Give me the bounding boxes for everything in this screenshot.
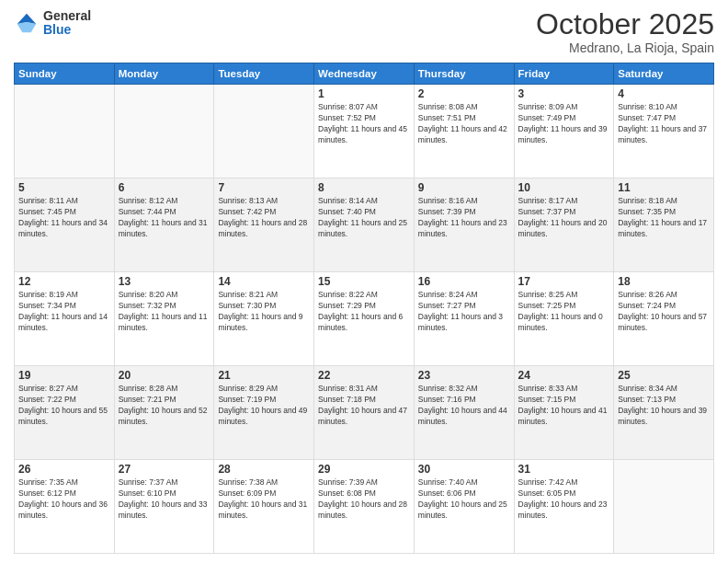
calendar-cell: 2Sunrise: 8:08 AMSunset: 7:51 PMDaylight… xyxy=(414,85,514,178)
day-number: 10 xyxy=(518,181,610,194)
calendar-cell: 5Sunrise: 8:11 AMSunset: 7:45 PMDaylight… xyxy=(15,178,115,272)
day-info: Sunrise: 8:20 AMSunset: 7:32 PMDaylight:… xyxy=(119,290,210,334)
day-info: Sunrise: 8:27 AMSunset: 7:22 PMDaylight:… xyxy=(18,384,110,428)
day-number: 29 xyxy=(318,463,410,476)
day-info: Sunrise: 8:18 AMSunset: 7:35 PMDaylight:… xyxy=(618,196,710,240)
day-info: Sunrise: 8:09 AMSunset: 7:49 PMDaylight:… xyxy=(518,102,610,146)
day-number: 31 xyxy=(518,463,610,476)
day-number: 5 xyxy=(18,181,110,194)
calendar-cell: 13Sunrise: 8:20 AMSunset: 7:32 PMDayligh… xyxy=(114,272,214,366)
calendar-cell: 1Sunrise: 8:07 AMSunset: 7:52 PMDaylight… xyxy=(314,85,415,178)
calendar-cell: 3Sunrise: 8:09 AMSunset: 7:49 PMDaylight… xyxy=(514,85,614,178)
calendar-cell: 22Sunrise: 8:31 AMSunset: 7:18 PMDayligh… xyxy=(314,366,415,460)
day-number: 23 xyxy=(418,369,510,382)
day-number: 17 xyxy=(518,275,610,288)
day-info: Sunrise: 8:08 AMSunset: 7:51 PMDaylight:… xyxy=(418,102,510,146)
day-number: 27 xyxy=(119,463,210,476)
day-number: 11 xyxy=(618,181,710,194)
day-info: Sunrise: 8:10 AMSunset: 7:47 PMDaylight:… xyxy=(618,102,710,146)
day-info: Sunrise: 8:28 AMSunset: 7:21 PMDaylight:… xyxy=(119,384,210,428)
calendar-cell: 17Sunrise: 8:25 AMSunset: 7:25 PMDayligh… xyxy=(514,272,614,366)
day-number: 2 xyxy=(418,87,510,100)
day-info: Sunrise: 8:17 AMSunset: 7:37 PMDaylight:… xyxy=(518,196,610,240)
month-title: October 2025 xyxy=(536,9,714,39)
calendar-cell: 31Sunrise: 7:42 AMSunset: 6:05 PMDayligh… xyxy=(514,460,614,554)
calendar-cell: 10Sunrise: 8:17 AMSunset: 7:37 PMDayligh… xyxy=(514,178,614,272)
day-number: 7 xyxy=(218,181,310,194)
day-number: 16 xyxy=(418,275,510,288)
day-number: 3 xyxy=(518,87,610,100)
day-info: Sunrise: 8:32 AMSunset: 7:16 PMDaylight:… xyxy=(418,384,510,428)
day-header-thursday: Thursday xyxy=(414,63,514,85)
day-info: Sunrise: 8:12 AMSunset: 7:44 PMDaylight:… xyxy=(119,196,210,240)
day-number: 22 xyxy=(318,369,410,382)
day-number: 24 xyxy=(518,369,610,382)
day-info: Sunrise: 7:37 AMSunset: 6:10 PMDaylight:… xyxy=(119,477,210,522)
day-number: 19 xyxy=(18,369,110,382)
day-number: 26 xyxy=(18,463,110,476)
day-info: Sunrise: 8:31 AMSunset: 7:18 PMDaylight:… xyxy=(318,384,410,428)
day-number: 13 xyxy=(119,275,210,288)
calendar-cell: 4Sunrise: 8:10 AMSunset: 7:47 PMDaylight… xyxy=(614,85,714,178)
calendar-cell xyxy=(114,85,214,178)
day-number: 18 xyxy=(618,275,710,288)
day-header-tuesday: Tuesday xyxy=(214,63,314,85)
day-header-row: SundayMondayTuesdayWednesdayThursdayFrid… xyxy=(15,63,714,85)
day-number: 28 xyxy=(218,463,310,476)
day-number: 15 xyxy=(318,275,410,288)
header: General Blue October 2025 Medrano, La Ri… xyxy=(14,9,714,55)
logo: General Blue xyxy=(14,9,91,38)
day-number: 30 xyxy=(418,463,510,476)
calendar-cell: 23Sunrise: 8:32 AMSunset: 7:16 PMDayligh… xyxy=(414,366,514,460)
day-number: 9 xyxy=(418,181,510,194)
day-info: Sunrise: 8:26 AMSunset: 7:24 PMDaylight:… xyxy=(618,290,710,334)
calendar-cell xyxy=(214,85,314,178)
calendar-week-3: 12Sunrise: 8:19 AMSunset: 7:34 PMDayligh… xyxy=(15,272,714,366)
day-number: 20 xyxy=(119,369,210,382)
day-header-sunday: Sunday xyxy=(15,63,115,85)
day-number: 8 xyxy=(318,181,410,194)
day-info: Sunrise: 8:21 AMSunset: 7:30 PMDaylight:… xyxy=(218,290,310,334)
day-header-friday: Friday xyxy=(514,63,614,85)
logo-general: General xyxy=(43,9,91,23)
day-info: Sunrise: 7:39 AMSunset: 6:08 PMDaylight:… xyxy=(318,477,410,522)
day-number: 1 xyxy=(318,87,410,100)
calendar-cell: 8Sunrise: 8:14 AMSunset: 7:40 PMDaylight… xyxy=(314,178,415,272)
day-number: 14 xyxy=(218,275,310,288)
day-info: Sunrise: 8:34 AMSunset: 7:13 PMDaylight:… xyxy=(618,384,710,428)
day-number: 12 xyxy=(18,275,110,288)
calendar-cell: 12Sunrise: 8:19 AMSunset: 7:34 PMDayligh… xyxy=(15,272,115,366)
calendar-week-4: 19Sunrise: 8:27 AMSunset: 7:22 PMDayligh… xyxy=(15,366,714,460)
calendar-week-5: 26Sunrise: 7:35 AMSunset: 6:12 PMDayligh… xyxy=(15,460,714,554)
calendar-cell: 26Sunrise: 7:35 AMSunset: 6:12 PMDayligh… xyxy=(15,460,115,554)
day-info: Sunrise: 7:38 AMSunset: 6:09 PMDaylight:… xyxy=(218,477,310,522)
day-info: Sunrise: 8:13 AMSunset: 7:42 PMDaylight:… xyxy=(218,196,310,240)
calendar-cell xyxy=(15,85,115,178)
day-info: Sunrise: 8:29 AMSunset: 7:19 PMDaylight:… xyxy=(218,384,310,428)
calendar-week-1: 1Sunrise: 8:07 AMSunset: 7:52 PMDaylight… xyxy=(15,85,714,178)
calendar-cell: 28Sunrise: 7:38 AMSunset: 6:09 PMDayligh… xyxy=(214,460,314,554)
location: Medrano, La Rioja, Spain xyxy=(536,40,714,55)
day-info: Sunrise: 7:35 AMSunset: 6:12 PMDaylight:… xyxy=(18,477,110,522)
day-info: Sunrise: 8:24 AMSunset: 7:27 PMDaylight:… xyxy=(418,290,510,334)
logo-blue: Blue xyxy=(43,23,91,37)
calendar-cell: 15Sunrise: 8:22 AMSunset: 7:29 PMDayligh… xyxy=(314,272,415,366)
calendar-cell: 24Sunrise: 8:33 AMSunset: 7:15 PMDayligh… xyxy=(514,366,614,460)
title-block: October 2025 Medrano, La Rioja, Spain xyxy=(536,9,714,55)
calendar-week-2: 5Sunrise: 8:11 AMSunset: 7:45 PMDaylight… xyxy=(15,178,714,272)
day-info: Sunrise: 7:40 AMSunset: 6:06 PMDaylight:… xyxy=(418,477,510,522)
logo-text: General Blue xyxy=(43,9,91,38)
calendar-cell: 20Sunrise: 8:28 AMSunset: 7:21 PMDayligh… xyxy=(114,366,214,460)
logo-icon xyxy=(14,10,40,36)
calendar-cell: 27Sunrise: 7:37 AMSunset: 6:10 PMDayligh… xyxy=(114,460,214,554)
day-header-monday: Monday xyxy=(114,63,214,85)
day-info: Sunrise: 8:16 AMSunset: 7:39 PMDaylight:… xyxy=(418,196,510,240)
day-header-saturday: Saturday xyxy=(614,63,714,85)
calendar-cell: 21Sunrise: 8:29 AMSunset: 7:19 PMDayligh… xyxy=(214,366,314,460)
calendar: SundayMondayTuesdayWednesdayThursdayFrid… xyxy=(14,63,714,554)
calendar-cell xyxy=(614,460,714,554)
day-number: 25 xyxy=(618,369,710,382)
calendar-cell: 7Sunrise: 8:13 AMSunset: 7:42 PMDaylight… xyxy=(214,178,314,272)
day-info: Sunrise: 8:22 AMSunset: 7:29 PMDaylight:… xyxy=(318,290,410,334)
page: General Blue October 2025 Medrano, La Ri… xyxy=(0,0,728,563)
